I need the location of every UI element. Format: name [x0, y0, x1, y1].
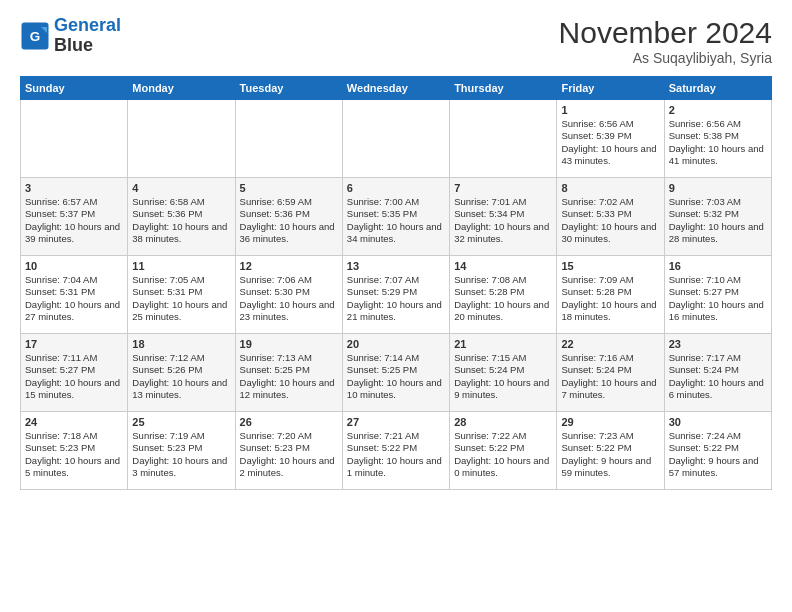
calendar-header: SundayMondayTuesdayWednesdayThursdayFrid…	[21, 77, 772, 100]
day-number: 1	[561, 104, 659, 116]
week-row-4: 17Sunrise: 7:11 AMSunset: 5:27 PMDayligh…	[21, 334, 772, 412]
logo-line2: Blue	[54, 35, 93, 55]
day-info-line: Sunset: 5:22 PM	[561, 442, 659, 454]
day-info-line: Sunrise: 7:08 AM	[454, 274, 552, 286]
day-info-line: Daylight: 10 hours and 30 minutes.	[561, 221, 659, 246]
day-info-line: Daylight: 10 hours and 41 minutes.	[669, 143, 767, 168]
day-cell	[235, 100, 342, 178]
calendar-table: SundayMondayTuesdayWednesdayThursdayFrid…	[20, 76, 772, 490]
day-cell: 26Sunrise: 7:20 AMSunset: 5:23 PMDayligh…	[235, 412, 342, 490]
day-number: 9	[669, 182, 767, 194]
month-title: November 2024	[559, 16, 772, 50]
day-info-line: Daylight: 10 hours and 7 minutes.	[561, 377, 659, 402]
day-info-line: Daylight: 10 hours and 18 minutes.	[561, 299, 659, 324]
day-info-line: Daylight: 10 hours and 0 minutes.	[454, 455, 552, 480]
day-info-line: Sunrise: 6:56 AM	[669, 118, 767, 130]
day-info-line: Sunrise: 7:10 AM	[669, 274, 767, 286]
day-cell: 19Sunrise: 7:13 AMSunset: 5:25 PMDayligh…	[235, 334, 342, 412]
day-cell: 20Sunrise: 7:14 AMSunset: 5:25 PMDayligh…	[342, 334, 449, 412]
logo-line1: General	[54, 15, 121, 35]
day-cell: 18Sunrise: 7:12 AMSunset: 5:26 PMDayligh…	[128, 334, 235, 412]
day-cell: 3Sunrise: 6:57 AMSunset: 5:37 PMDaylight…	[21, 178, 128, 256]
day-info-line: Daylight: 10 hours and 20 minutes.	[454, 299, 552, 324]
day-number: 21	[454, 338, 552, 350]
day-info-line: Sunrise: 6:58 AM	[132, 196, 230, 208]
day-number: 17	[25, 338, 123, 350]
day-info-line: Sunrise: 7:05 AM	[132, 274, 230, 286]
day-number: 6	[347, 182, 445, 194]
day-info-line: Sunset: 5:35 PM	[347, 208, 445, 220]
day-info-line: Sunset: 5:22 PM	[454, 442, 552, 454]
day-info-line: Sunset: 5:31 PM	[25, 286, 123, 298]
day-number: 25	[132, 416, 230, 428]
day-info-line: Daylight: 10 hours and 28 minutes.	[669, 221, 767, 246]
day-info-line: Sunrise: 7:06 AM	[240, 274, 338, 286]
day-number: 22	[561, 338, 659, 350]
day-info-line: Sunset: 5:31 PM	[132, 286, 230, 298]
day-info-line: Sunset: 5:32 PM	[669, 208, 767, 220]
day-cell: 27Sunrise: 7:21 AMSunset: 5:22 PMDayligh…	[342, 412, 449, 490]
header-cell-thursday: Thursday	[450, 77, 557, 100]
day-info-line: Daylight: 10 hours and 12 minutes.	[240, 377, 338, 402]
day-cell	[450, 100, 557, 178]
day-info-line: Sunset: 5:39 PM	[561, 130, 659, 142]
day-info-line: Sunset: 5:29 PM	[347, 286, 445, 298]
day-info-line: Sunrise: 7:03 AM	[669, 196, 767, 208]
calendar-body: 1Sunrise: 6:56 AMSunset: 5:39 PMDaylight…	[21, 100, 772, 490]
day-info-line: Sunset: 5:25 PM	[240, 364, 338, 376]
day-info-line: Sunset: 5:23 PM	[25, 442, 123, 454]
day-info-line: Daylight: 10 hours and 38 minutes.	[132, 221, 230, 246]
day-number: 5	[240, 182, 338, 194]
day-info-line: Sunset: 5:34 PM	[454, 208, 552, 220]
day-info-line: Daylight: 10 hours and 34 minutes.	[347, 221, 445, 246]
day-cell	[128, 100, 235, 178]
day-info-line: Sunset: 5:24 PM	[454, 364, 552, 376]
day-info-line: Daylight: 10 hours and 25 minutes.	[132, 299, 230, 324]
svg-text:G: G	[30, 28, 41, 43]
day-info-line: Sunset: 5:36 PM	[240, 208, 338, 220]
day-info-line: Sunset: 5:28 PM	[454, 286, 552, 298]
day-cell: 10Sunrise: 7:04 AMSunset: 5:31 PMDayligh…	[21, 256, 128, 334]
header-cell-sunday: Sunday	[21, 77, 128, 100]
day-info-line: Daylight: 10 hours and 43 minutes.	[561, 143, 659, 168]
day-cell: 11Sunrise: 7:05 AMSunset: 5:31 PMDayligh…	[128, 256, 235, 334]
day-cell: 13Sunrise: 7:07 AMSunset: 5:29 PMDayligh…	[342, 256, 449, 334]
day-info-line: Daylight: 9 hours and 59 minutes.	[561, 455, 659, 480]
day-info-line: Daylight: 10 hours and 27 minutes.	[25, 299, 123, 324]
day-cell: 25Sunrise: 7:19 AMSunset: 5:23 PMDayligh…	[128, 412, 235, 490]
title-section: November 2024 As Suqaylibiyah, Syria	[559, 16, 772, 66]
day-number: 11	[132, 260, 230, 272]
location: As Suqaylibiyah, Syria	[559, 50, 772, 66]
day-info-line: Sunset: 5:23 PM	[240, 442, 338, 454]
day-info-line: Sunset: 5:22 PM	[669, 442, 767, 454]
day-number: 29	[561, 416, 659, 428]
day-number: 3	[25, 182, 123, 194]
logo-text: General Blue	[54, 16, 121, 56]
day-cell	[342, 100, 449, 178]
day-info-line: Sunset: 5:37 PM	[25, 208, 123, 220]
day-info-line: Sunrise: 7:09 AM	[561, 274, 659, 286]
day-info-line: Sunrise: 7:24 AM	[669, 430, 767, 442]
day-info-line: Daylight: 10 hours and 15 minutes.	[25, 377, 123, 402]
day-info-line: Sunset: 5:23 PM	[132, 442, 230, 454]
day-info-line: Sunrise: 7:19 AM	[132, 430, 230, 442]
day-number: 16	[669, 260, 767, 272]
day-info-line: Sunrise: 7:16 AM	[561, 352, 659, 364]
header-cell-friday: Friday	[557, 77, 664, 100]
day-cell: 30Sunrise: 7:24 AMSunset: 5:22 PMDayligh…	[664, 412, 771, 490]
day-number: 8	[561, 182, 659, 194]
logo-icon: G	[20, 21, 50, 51]
day-info-line: Sunrise: 7:02 AM	[561, 196, 659, 208]
day-number: 30	[669, 416, 767, 428]
day-number: 15	[561, 260, 659, 272]
day-number: 20	[347, 338, 445, 350]
day-cell: 1Sunrise: 6:56 AMSunset: 5:39 PMDaylight…	[557, 100, 664, 178]
day-number: 23	[669, 338, 767, 350]
week-row-1: 1Sunrise: 6:56 AMSunset: 5:39 PMDaylight…	[21, 100, 772, 178]
day-number: 7	[454, 182, 552, 194]
header-cell-tuesday: Tuesday	[235, 77, 342, 100]
day-info-line: Sunrise: 7:04 AM	[25, 274, 123, 286]
day-info-line: Sunrise: 7:14 AM	[347, 352, 445, 364]
day-info-line: Sunset: 5:30 PM	[240, 286, 338, 298]
day-info-line: Sunrise: 7:13 AM	[240, 352, 338, 364]
